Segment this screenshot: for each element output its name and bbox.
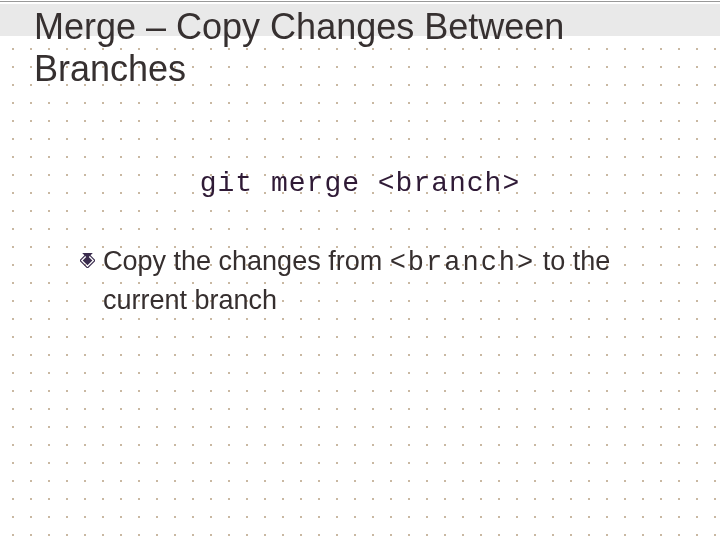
slide-title: Merge – Copy Changes Between Branches — [34, 6, 674, 90]
bullet-text-code: <branch> — [390, 248, 536, 278]
command-line: git merge <branch> — [0, 168, 720, 199]
bullet-item: Copy the changes from <branch> to the cu… — [80, 243, 670, 319]
top-divider — [0, 1, 720, 2]
bullet-text-pre: Copy the changes from — [103, 246, 390, 276]
bullet-text: Copy the changes from <branch> to the cu… — [103, 243, 670, 319]
diamond-bullet-icon — [80, 253, 95, 268]
